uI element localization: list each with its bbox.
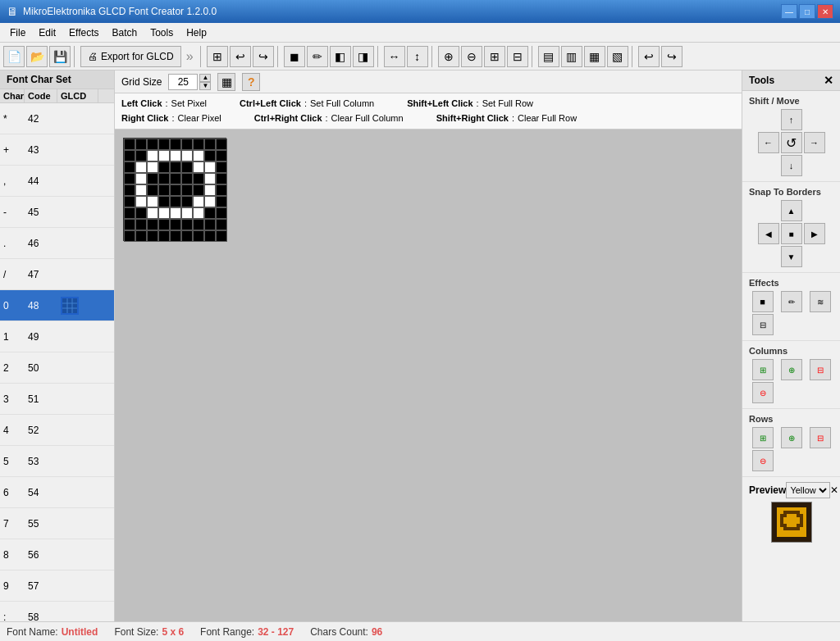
tb-btn-1[interactable]: ⊞ <box>207 46 228 67</box>
save-button[interactable]: 💾 <box>49 46 71 67</box>
pixel-cell[interactable] <box>204 161 216 173</box>
col-remove-left-button[interactable]: ⊟ <box>810 359 831 380</box>
char-row[interactable]: ,44 <box>0 166 114 197</box>
menu-batch[interactable]: Batch <box>106 25 144 40</box>
pixel-cell[interactable] <box>147 230 158 242</box>
pixel-cell[interactable] <box>170 150 181 161</box>
pixel-cell[interactable] <box>181 184 193 196</box>
snap-top-button[interactable]: ▲ <box>781 200 802 221</box>
char-row[interactable]: 149 <box>0 321 114 352</box>
menu-effects[interactable]: Effects <box>62 25 105 40</box>
pixel-cell[interactable] <box>181 230 193 242</box>
pixel-cell[interactable] <box>193 161 204 173</box>
pixel-cell[interactable] <box>193 207 204 219</box>
show-grid-button[interactable]: ▦ <box>217 73 235 91</box>
char-row[interactable]: +43 <box>0 134 114 166</box>
char-row[interactable]: 654 <box>0 477 114 508</box>
pixel-cell[interactable] <box>204 230 216 242</box>
col-remove-right-button[interactable]: ⊖ <box>752 382 774 403</box>
snap-right-button[interactable]: ▶ <box>804 223 825 244</box>
menu-edit[interactable]: Edit <box>32 25 62 40</box>
pixel-cell[interactable] <box>158 219 170 230</box>
pixel-cell[interactable] <box>216 161 227 173</box>
char-row[interactable]: 048 <box>0 290 114 321</box>
new-button[interactable]: 📄 <box>3 46 25 67</box>
row-add-top-button[interactable]: ⊞ <box>752 427 774 448</box>
char-row[interactable]: 755 <box>0 508 114 539</box>
pixel-cell[interactable] <box>204 184 216 196</box>
effect-flip-v-button[interactable]: ⊟ <box>752 314 774 335</box>
char-row[interactable]: 351 <box>0 384 114 415</box>
pixel-cell[interactable] <box>135 150 147 161</box>
tb-btn-10[interactable]: ⊕ <box>438 46 459 67</box>
pixel-cell[interactable] <box>124 139 135 150</box>
pixel-cell[interactable] <box>204 150 216 161</box>
tb-btn-4[interactable]: ◼ <box>284 46 305 67</box>
pixel-cell[interactable] <box>158 150 170 161</box>
pixel-canvas[interactable] <box>123 138 226 241</box>
pixel-cell[interactable] <box>135 230 147 242</box>
pixel-cell[interactable] <box>204 219 216 230</box>
pixel-cell[interactable] <box>135 139 147 150</box>
pixel-cell[interactable] <box>158 161 170 173</box>
char-row[interactable]: 452 <box>0 415 114 446</box>
pixel-cell[interactable] <box>124 207 135 219</box>
pixel-cell[interactable] <box>216 173 227 184</box>
char-row[interactable]: .46 <box>0 228 114 259</box>
grid-size-input[interactable] <box>168 74 198 90</box>
pixel-cell[interactable] <box>193 196 204 207</box>
pixel-cell[interactable] <box>147 196 158 207</box>
effect-invert-button[interactable]: ✏ <box>781 291 802 312</box>
shift-right-button[interactable]: → <box>804 132 825 153</box>
minimize-button[interactable]: — <box>781 4 797 19</box>
pixel-cell[interactable] <box>158 196 170 207</box>
col-add-right-button[interactable]: ⊕ <box>781 359 802 380</box>
char-row[interactable]: 250 <box>0 352 114 384</box>
shift-down-button[interactable]: ↓ <box>781 155 802 176</box>
tb-btn-6[interactable]: ◧ <box>330 46 351 67</box>
char-row[interactable]: 856 <box>0 539 114 571</box>
pixel-cell[interactable] <box>193 173 204 184</box>
pixel-cell[interactable] <box>204 173 216 184</box>
col-add-left-button[interactable]: ⊞ <box>752 359 774 380</box>
pixel-cell[interactable] <box>216 184 227 196</box>
pixel-cell[interactable] <box>170 230 181 242</box>
pixel-cell[interactable] <box>216 139 227 150</box>
pixel-cell[interactable] <box>216 207 227 219</box>
pixel-cell[interactable] <box>135 219 147 230</box>
char-row[interactable]: *42 <box>0 103 114 134</box>
pixel-cell[interactable] <box>204 207 216 219</box>
pixel-cell[interactable] <box>170 219 181 230</box>
tools-close-button[interactable]: ✕ <box>824 74 833 87</box>
pixel-cell[interactable] <box>193 139 204 150</box>
pixel-cell[interactable] <box>135 207 147 219</box>
pixel-cell[interactable] <box>181 173 193 184</box>
tb-btn-17[interactable]: ▧ <box>607 46 628 67</box>
pixel-cell[interactable] <box>170 207 181 219</box>
menu-tools[interactable]: Tools <box>144 25 180 40</box>
tb-btn-12[interactable]: ⊞ <box>484 46 505 67</box>
tb-btn-15[interactable]: ▥ <box>561 46 582 67</box>
menu-file[interactable]: File <box>3 25 32 40</box>
snap-bottom-button[interactable]: ▼ <box>781 246 802 267</box>
pixel-cell[interactable] <box>158 184 170 196</box>
pixel-cell[interactable] <box>181 196 193 207</box>
pixel-cell[interactable] <box>181 139 193 150</box>
char-row[interactable]: :58 <box>0 602 114 621</box>
tb-btn-3[interactable]: ↪ <box>253 46 274 67</box>
tb-btn-5[interactable]: ✏ <box>307 46 328 67</box>
pixel-cell[interactable] <box>170 161 181 173</box>
pixel-cell[interactable] <box>135 161 147 173</box>
row-remove-bottom-button[interactable]: ⊖ <box>752 450 774 471</box>
snap-left-button[interactable]: ◀ <box>758 223 779 244</box>
row-remove-top-button[interactable]: ⊟ <box>810 427 831 448</box>
pixel-cell[interactable] <box>216 230 227 242</box>
grid-size-up[interactable]: ▲ <box>199 74 211 82</box>
maximize-button[interactable]: □ <box>799 4 815 19</box>
grid-size-down[interactable]: ▼ <box>199 82 211 90</box>
pixel-cell[interactable] <box>181 150 193 161</box>
pixel-cell[interactable] <box>170 184 181 196</box>
pixel-cell[interactable] <box>147 173 158 184</box>
tb-btn-9[interactable]: ↕ <box>407 46 428 67</box>
shift-up-button[interactable]: ↑ <box>781 109 802 130</box>
